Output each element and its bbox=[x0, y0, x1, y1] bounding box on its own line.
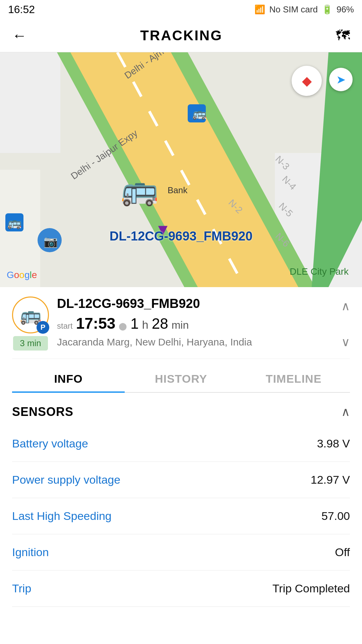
duration-minutes: 28 bbox=[152, 315, 168, 332]
vehicle-map-label: DL-12CG-9693_FMB920 bbox=[110, 229, 253, 244]
sensor-label-trip: Trip bbox=[12, 582, 31, 595]
sim-status: No SIM card bbox=[269, 4, 318, 15]
sensor-value-ignition: Off bbox=[335, 546, 350, 559]
compass-icon: ◆ bbox=[302, 73, 312, 88]
sensors-title: SENSORS bbox=[12, 405, 73, 419]
location-icon: ➤ bbox=[336, 73, 346, 86]
chevron-up-icon[interactable]: ∧ bbox=[341, 298, 350, 313]
svg-text:Bank: Bank bbox=[168, 185, 188, 195]
compass-button[interactable]: ◆ bbox=[292, 66, 322, 96]
vehicle-details: DL-12CG-9693_FMB920 start 17:53 ⬤ 1 h 28… bbox=[57, 297, 341, 349]
svg-text:🚌: 🚌 bbox=[192, 107, 207, 120]
vehicle-info-left: 🚌 P 3 min DL-12CG-9693_FMB920 start 17:5… bbox=[12, 297, 341, 351]
sensors-chevron-icon[interactable]: ∧ bbox=[341, 405, 350, 419]
svg-text:🚌: 🚌 bbox=[121, 172, 159, 208]
status-icons: 📶 No SIM card 🔋 96% bbox=[254, 4, 354, 15]
vehicle-id: DL-12CG-9693_FMB920 bbox=[57, 297, 341, 311]
bus-avatar: 🚌 P bbox=[12, 297, 49, 333]
status-bar: 16:52 📶 No SIM card 🔋 96% bbox=[0, 0, 362, 19]
start-label: start bbox=[57, 321, 73, 331]
start-time: 17:53 bbox=[76, 314, 116, 332]
sensor-label-power-supply-voltage: Power supply voltage bbox=[12, 473, 120, 486]
time-badge: 3 min bbox=[13, 336, 48, 351]
sensor-value-power-supply-voltage: 12.97 V bbox=[311, 473, 350, 486]
sensor-label-ignition: Ignition bbox=[12, 546, 49, 559]
svg-text:🚌: 🚌 bbox=[7, 216, 22, 230]
wifi-icon: 📶 bbox=[254, 4, 265, 15]
header: ← TRACKING 🗺 bbox=[0, 19, 362, 52]
tabs-row: INFO HISTORY TIMELINE bbox=[12, 362, 350, 393]
duration-dot: ⬤ bbox=[119, 322, 127, 331]
parking-badge: P bbox=[37, 321, 49, 334]
chevron-down-icon[interactable]: ∨ bbox=[341, 335, 350, 349]
sensor-value-last-high-speeding: 57.00 bbox=[321, 509, 350, 523]
vehicle-info-panel: 🚌 P 3 min DL-12CG-9693_FMB920 start 17:5… bbox=[0, 287, 362, 393]
google-logo: Google bbox=[7, 270, 37, 280]
vehicle-time-row: start 17:53 ⬤ 1 h 28 min bbox=[57, 314, 341, 332]
sensor-row-power-supply-voltage: Power supply voltage 12.97 V bbox=[12, 462, 350, 498]
map-poi-label: DLE City Park bbox=[290, 266, 349, 277]
sensor-label-battery-voltage: Battery voltage bbox=[12, 437, 88, 450]
parking-label: P bbox=[41, 323, 46, 332]
sensor-value-trip: Trip Completed bbox=[273, 582, 350, 595]
tab-info[interactable]: INFO bbox=[12, 362, 125, 392]
sensor-row-last-high-speeding: Last High Speeding 57.00 bbox=[12, 498, 350, 534]
svg-text:📷: 📷 bbox=[44, 235, 58, 249]
sensor-row-battery-voltage: Battery voltage 3.98 V bbox=[12, 426, 350, 462]
status-time: 16:52 bbox=[8, 3, 35, 16]
bus-icon: 🚌 bbox=[20, 305, 42, 325]
tab-timeline[interactable]: TIMELINE bbox=[237, 362, 350, 392]
vehicle-info-row: 🚌 P 3 min DL-12CG-9693_FMB920 start 17:5… bbox=[12, 297, 350, 359]
duration-min-label: min bbox=[172, 319, 189, 331]
duration-hours: 1 bbox=[130, 315, 138, 332]
sensor-label-last-high-speeding: Last High Speeding bbox=[12, 509, 112, 523]
map-icon[interactable]: 🗺 bbox=[336, 28, 350, 44]
tab-history[interactable]: HISTORY bbox=[125, 362, 237, 392]
page-title: TRACKING bbox=[140, 28, 223, 44]
back-button[interactable]: ← bbox=[12, 27, 27, 44]
sensors-section: SENSORS ∧ Battery voltage 3.98 V Power s… bbox=[0, 393, 362, 607]
vehicle-address: Jacaranda Marg, New Delhi, Haryana, Indi… bbox=[57, 335, 341, 349]
sensor-value-battery-voltage: 3.98 V bbox=[317, 437, 350, 450]
sensor-row-trip: Trip Trip Completed bbox=[12, 571, 350, 607]
vehicle-icon-wrap: 🚌 P 3 min bbox=[12, 297, 49, 351]
sensors-header: SENSORS ∧ bbox=[12, 393, 350, 426]
battery-percent: 96% bbox=[337, 4, 354, 15]
location-button[interactable]: ➤ bbox=[329, 68, 353, 91]
map-container[interactable]: Delhi - Ajmer Expy Delhi - Jaipur Expy B… bbox=[0, 52, 362, 287]
sensor-row-ignition: Ignition Off bbox=[12, 534, 350, 571]
battery-icon: 🔋 bbox=[322, 4, 333, 15]
